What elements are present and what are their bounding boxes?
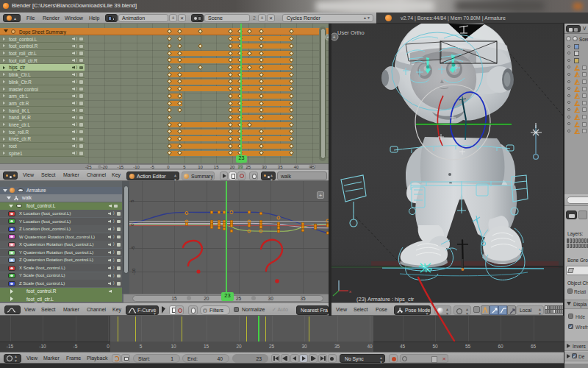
svg-text:(23) Armature : hips_ctr: (23) Armature : hips_ctr (356, 296, 415, 302)
svg-text:User Ortho: User Ortho (337, 29, 365, 36)
svg-text:x: x (349, 289, 351, 294)
svg-text:+: + (333, 35, 336, 40)
